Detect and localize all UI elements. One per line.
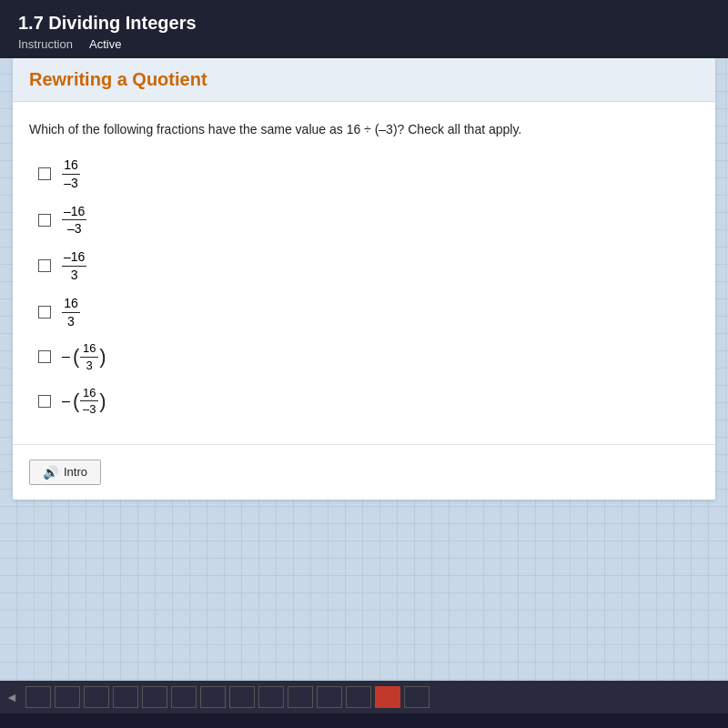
fraction-5: 16 3 <box>80 341 98 372</box>
taskbar-box[interactable] <box>84 686 109 708</box>
list-item: 16 3 <box>38 296 699 329</box>
question-text: Which of the following fractions have th… <box>29 120 699 139</box>
card-heading: Rewriting a Quotient <box>29 69 699 90</box>
option-checkbox-3[interactable] <box>38 259 51 272</box>
taskbar-box[interactable] <box>258 686 284 708</box>
list-item: 16 –3 <box>38 157 699 191</box>
content-area: Rewriting a Quotient Which of the follow… <box>0 58 728 713</box>
taskbar-box[interactable] <box>25 686 51 708</box>
options-list: 16 –3 –16 –3 <box>29 157 699 417</box>
card: Rewriting a Quotient Which of the follow… <box>13 58 715 500</box>
fraction-6: 16 –3 <box>80 386 98 417</box>
taskbar-box[interactable] <box>404 686 430 708</box>
fraction-2: –16 –3 <box>62 204 86 238</box>
tab-instruction[interactable]: Instruction <box>18 37 73 53</box>
taskbar-box[interactable] <box>346 686 371 708</box>
page-title: 1.7 Dividing Integers <box>18 13 710 34</box>
fraction-3: –16 3 <box>62 249 86 283</box>
minus-prefix-5: – <box>62 349 70 365</box>
card-header: Rewriting a Quotient <box>13 58 715 102</box>
option-checkbox-4[interactable] <box>38 306 51 318</box>
taskbar-box[interactable] <box>288 686 313 708</box>
taskbar-box[interactable] <box>229 686 255 708</box>
card-body: Which of the following fractions have th… <box>13 102 715 444</box>
intro-button-label: Intro <box>64 465 87 479</box>
option-checkbox-1[interactable] <box>38 167 51 180</box>
speaker-icon: 🔊 <box>43 465 58 480</box>
list-item: – ( 16 –3 ) <box>38 386 699 417</box>
top-bar: 1.7 Dividing Integers Instruction Active <box>0 0 728 58</box>
option-checkbox-5[interactable] <box>38 350 51 363</box>
list-item: – ( 16 3 ) <box>38 341 699 372</box>
intro-button[interactable]: 🔊 Intro <box>29 460 101 485</box>
fraction-1: 16 –3 <box>62 157 80 191</box>
list-item: –16 –3 <box>38 204 699 238</box>
taskbar-box[interactable] <box>171 686 197 708</box>
intro-button-area: 🔊 Intro <box>13 444 715 500</box>
nav-tabs: Instruction Active <box>18 37 710 53</box>
taskbar-arrow-icon: ◄ <box>5 690 18 704</box>
taskbar-box[interactable] <box>142 686 167 708</box>
list-item: –16 3 <box>38 249 699 283</box>
option-checkbox-2[interactable] <box>38 214 51 227</box>
taskbar-box[interactable] <box>200 686 226 708</box>
fraction-4: 16 3 <box>62 296 80 329</box>
taskbar-box[interactable] <box>55 686 80 708</box>
option-checkbox-6[interactable] <box>38 395 51 408</box>
taskbar-box[interactable] <box>317 686 342 708</box>
taskbar-box highlight[interactable] <box>375 686 400 708</box>
minus-prefix-6: – <box>62 393 70 410</box>
tab-active[interactable]: Active <box>89 37 121 53</box>
taskbar-box[interactable] <box>113 686 138 708</box>
taskbar: ◄ <box>0 681 728 713</box>
